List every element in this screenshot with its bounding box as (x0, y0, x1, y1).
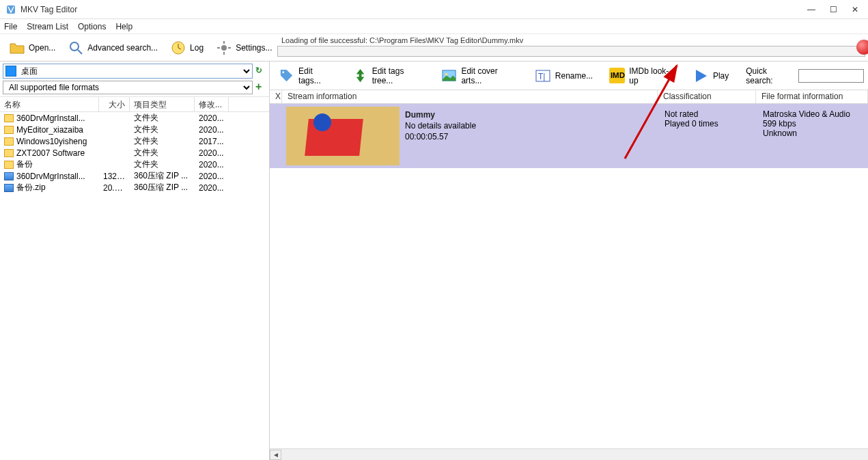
file-type: 360压缩 ZIP ... (130, 170, 195, 182)
file-name: 360DrvMgrInstall... (16, 113, 85, 123)
file-modified: 2017... (195, 137, 229, 146)
menu-stream-list[interactable]: Stream List (27, 22, 68, 31)
col-name[interactable]: 名称 (0, 97, 99, 111)
play-button[interactable]: Play (688, 64, 736, 87)
file-filter-select[interactable]: All supported file formats (3, 81, 253, 94)
col-x[interactable]: X (270, 90, 282, 103)
window-title: MKV Tag Editor (20, 5, 807, 14)
file-type: 文件夹 (130, 124, 195, 135)
rename-text-icon: T| (535, 68, 551, 84)
stream-row-selected[interactable]: Dummy No details available 00:00:05.57 N… (270, 104, 868, 168)
file-row[interactable]: ZXT2007 Software文件夹2020... (0, 147, 269, 159)
left-pane: 桌面 ↻ All supported file formats + 名称 大小 … (0, 62, 270, 460)
window-controls: — ☐ ✕ (807, 5, 863, 14)
file-type: 文件夹 (130, 147, 195, 159)
edit-tags-tree-button[interactable]: Edit tags tree... (348, 64, 433, 87)
stream-title: Dummy (405, 109, 654, 120)
svg-line-2 (78, 50, 82, 54)
file-name: MyEditor_xiazaiba (16, 125, 83, 135)
file-size: 20.4 MB (99, 183, 130, 193)
stream-details: No details available (405, 120, 654, 131)
location-row: 桌面 ↻ (0, 62, 269, 81)
gear-icon (216, 40, 232, 56)
format-bitrate: 599 kbps (763, 119, 850, 128)
col-modified[interactable]: 修改... (195, 97, 229, 111)
col-classification[interactable]: Classification (658, 90, 756, 103)
quick-search-input[interactable] (798, 69, 864, 83)
zip-icon (4, 172, 14, 180)
location-select[interactable]: 桌面 (3, 64, 253, 79)
menu-help[interactable]: Help (115, 22, 132, 31)
edit-cover-button[interactable]: Edit cover arts... (436, 64, 526, 87)
settings-button[interactable]: Settings... (210, 36, 278, 59)
file-row[interactable]: MyEditor_xiazaiba文件夹2020... (0, 124, 269, 135)
progress-bar (277, 46, 865, 57)
rating: Not rated (664, 109, 752, 119)
file-name: ZXT2007 Software (16, 148, 85, 158)
add-filter-icon[interactable]: + (255, 82, 266, 93)
imdb-icon: IMDb (609, 68, 625, 84)
scroll-left-arrow-icon[interactable]: ◂ (270, 450, 281, 460)
main-toolbar: Open... Advanced search... Log Settings.… (0, 34, 868, 62)
horizontal-scrollbar[interactable]: ◂ (270, 448, 868, 460)
file-row[interactable]: 备份.zip20.4 MB360压缩 ZIP ...2020... (0, 182, 269, 193)
svg-point-11 (445, 72, 448, 75)
record-indicator-icon (856, 40, 868, 55)
advanced-search-button[interactable]: Advanced search... (61, 36, 164, 59)
edit-tags-tree-label: Edit tags tree... (372, 66, 425, 85)
file-row[interactable]: 360DrvMgrInstall...132 MB360压缩 ZIP ...20… (0, 170, 269, 182)
stream-info-cell: Dummy No details available 00:00:05.57 (400, 107, 659, 145)
filter-row: All supported file formats + (0, 81, 269, 96)
file-modified: 2020... (195, 183, 229, 193)
tag-icon (279, 68, 294, 84)
edit-tags-label: Edit tags... (298, 66, 336, 85)
menu-options[interactable]: Options (78, 22, 106, 31)
col-file-format[interactable]: File format information (756, 90, 868, 103)
svg-text:T|: T| (538, 72, 545, 81)
settings-label: Settings... (236, 43, 272, 53)
col-type[interactable]: 项目类型 (130, 97, 195, 111)
close-button[interactable]: ✕ (850, 5, 860, 14)
stream-duration: 00:00:05.57 (405, 131, 654, 142)
file-modified: 2020... (195, 172, 229, 181)
file-row[interactable]: 备份文件夹2020... (0, 159, 269, 170)
menu-bar: File Stream List Options Help (0, 19, 868, 34)
desktop-icon (5, 66, 16, 77)
col-size[interactable]: 大小 (99, 97, 130, 111)
svg-point-9 (282, 71, 284, 73)
minimize-button[interactable]: — (807, 5, 816, 14)
tree-icon (352, 68, 368, 84)
format-extra: Unknown (763, 128, 850, 138)
open-button[interactable]: Open... (3, 36, 61, 59)
file-type: 360压缩 ZIP ... (130, 182, 195, 193)
status-message: Loading of file successful: C:\Program F… (277, 36, 868, 46)
app-icon (5, 4, 16, 15)
imdb-label: IMDb look-up (629, 66, 676, 85)
file-type: 文件夹 (130, 135, 195, 147)
file-list: 名称 大小 项目类型 修改... 360DrvMgrInstall...文件夹2… (0, 96, 269, 460)
format-cell: Matroska Video & Audio 599 kbps Unknown (757, 107, 856, 141)
stream-grid-header: X Stream information Classification File… (270, 90, 868, 104)
stream-thumbnail (286, 107, 400, 165)
col-stream-info[interactable]: Stream information (282, 90, 658, 103)
maximize-button[interactable]: ☐ (828, 5, 838, 14)
file-row[interactable]: Windows10yisheng文件夹2017... (0, 135, 269, 147)
log-button[interactable]: Log (164, 36, 210, 59)
play-icon (692, 68, 709, 84)
folder-icon (4, 137, 14, 146)
rename-button[interactable]: T| Rename... (530, 64, 600, 87)
file-row[interactable]: 360DrvMgrInstall...文件夹2020... (0, 112, 269, 124)
imdb-button[interactable]: IMDb IMDb look-up (604, 64, 684, 87)
refresh-icon[interactable]: ↻ (255, 66, 266, 77)
magnifier-icon (68, 40, 84, 56)
menu-file[interactable]: File (4, 22, 17, 31)
edit-tags-button[interactable]: Edit tags... (274, 64, 344, 87)
svg-text:IMDb: IMDb (611, 71, 625, 79)
file-type: 文件夹 (130, 159, 195, 170)
edit-cover-label: Edit cover arts... (461, 66, 518, 85)
file-name: 备份.zip (16, 182, 46, 193)
adv-search-label: Advanced search... (87, 43, 158, 53)
image-icon (441, 68, 457, 84)
clock-gear-icon (170, 40, 186, 56)
rename-label: Rename... (555, 71, 593, 81)
